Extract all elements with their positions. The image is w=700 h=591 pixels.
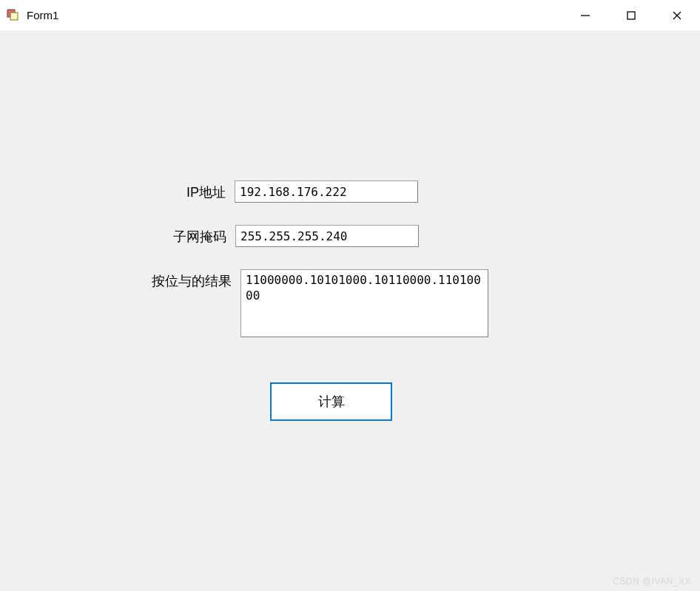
result-label: 按位与的结果 xyxy=(152,269,232,290)
mask-input[interactable] xyxy=(235,225,419,247)
minimize-button[interactable] xyxy=(562,0,608,30)
maximize-button[interactable] xyxy=(608,0,654,30)
result-row: 按位与的结果 xyxy=(152,269,488,337)
svg-rect-2 xyxy=(11,13,17,19)
window-controls xyxy=(562,0,700,30)
svg-rect-4 xyxy=(627,12,635,19)
mask-label: 子网掩码 xyxy=(173,225,226,246)
window-title: Form1 xyxy=(27,9,58,21)
mask-row: 子网掩码 xyxy=(173,225,419,247)
calculate-button[interactable]: 计算 xyxy=(270,382,392,421)
titlebar: Form1 xyxy=(0,0,700,31)
app-icon xyxy=(6,8,21,23)
ip-row: IP地址 xyxy=(186,180,418,203)
watermark: CSDN @IVAN_XX xyxy=(613,576,691,587)
ip-input[interactable] xyxy=(235,180,418,203)
client-area: IP地址 子网掩码 按位与的结果 计算 CSDN @IVAN_XX xyxy=(0,31,700,591)
close-button[interactable] xyxy=(654,0,700,30)
result-textarea[interactable] xyxy=(240,269,488,337)
ip-label: IP地址 xyxy=(186,180,226,201)
